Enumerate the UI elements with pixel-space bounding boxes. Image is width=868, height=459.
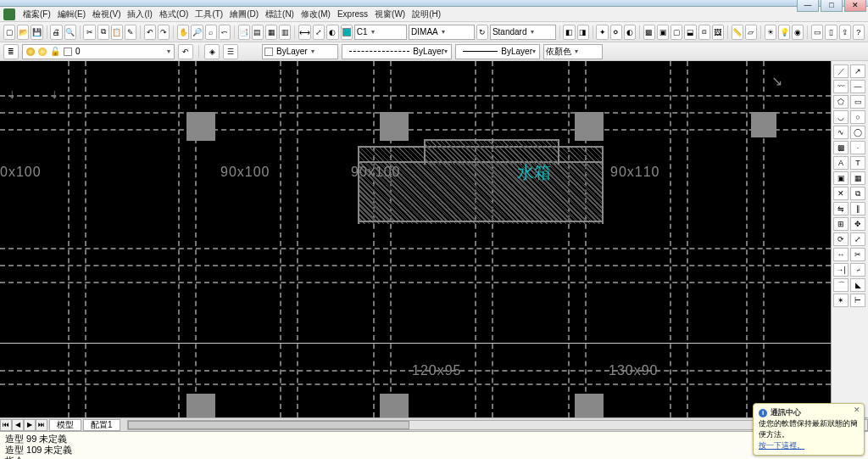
tab-first[interactable]: ⏮ <box>0 419 12 431</box>
ellipse-tool[interactable]: ◯ <box>850 126 865 139</box>
zoom-window-button[interactable]: ⌕ <box>205 25 217 40</box>
menu-dimension[interactable]: 標註(N) <box>263 7 297 22</box>
stretch-tool[interactable]: ↔ <box>833 248 849 261</box>
zoom-button[interactable]: 🔎 <box>191 25 203 40</box>
dim-aligned-button[interactable]: ⤢ <box>313 25 325 40</box>
fillet-tool[interactable]: ⌒ <box>833 278 849 292</box>
help-button[interactable]: ? <box>853 25 865 40</box>
scale-tool[interactable]: ⤢ <box>850 232 865 246</box>
xline-tool[interactable]: — <box>850 80 865 93</box>
3dorbit-button[interactable]: ⭘ <box>610 25 622 40</box>
light-button[interactable]: 💡 <box>778 25 790 40</box>
dimstyle-combo[interactable]: DIMAA <box>409 25 475 40</box>
hscroll-thumb[interactable] <box>128 421 409 429</box>
layer-prev-button[interactable]: ↶ <box>178 44 193 59</box>
hatch-tool[interactable]: ▩ <box>833 141 849 154</box>
rotate-tool[interactable]: ⟳ <box>833 232 849 246</box>
menu-view[interactable]: 檢視(V) <box>90 7 123 22</box>
circle-tool[interactable]: ○ <box>850 110 865 124</box>
chamfer-tool[interactable]: ◣ <box>850 278 865 292</box>
image-button[interactable]: 🖼 <box>712 25 724 40</box>
measure-button[interactable]: 📏 <box>732 25 743 40</box>
dim-radius-button[interactable]: ◐ <box>326 25 338 40</box>
array-tool[interactable]: ⊞ <box>833 217 849 231</box>
move-tool[interactable]: ✥ <box>850 217 865 231</box>
open-button[interactable]: 📂 <box>17 25 29 40</box>
menu-edit[interactable]: 編輯(E) <box>55 7 88 22</box>
preview-button[interactable]: 🔍 <box>64 25 76 40</box>
tab-next[interactable]: ▶ <box>24 419 36 431</box>
copy-button[interactable]: ⧉ <box>97 25 109 40</box>
textstyle-combo[interactable]: Standard <box>490 25 556 40</box>
explode-tool[interactable]: ✶ <box>833 294 849 307</box>
offset-tool[interactable]: ‖ <box>850 202 865 216</box>
visual-style-button[interactable]: ◐ <box>624 25 636 40</box>
pan-button[interactable]: ✋ <box>177 25 189 40</box>
cut-button[interactable]: ✂ <box>83 25 95 40</box>
viewport-button[interactable]: ▯ <box>825 25 837 40</box>
trim-tool[interactable]: ✂ <box>850 248 865 261</box>
polygon-tool[interactable]: ⬠ <box>833 95 849 109</box>
tab-prev[interactable]: ◀ <box>12 419 24 431</box>
linetype-control[interactable]: ByLayer <box>342 44 452 59</box>
block-tool[interactable]: ▣ <box>833 171 849 185</box>
rect-tool[interactable]: ▭ <box>850 95 865 109</box>
command-prompt[interactable]: 指令: <box>5 456 863 459</box>
point-tool[interactable]: · <box>850 141 865 154</box>
print-button[interactable]: 🖨 <box>50 25 62 40</box>
menu-file[interactable]: 檔案(F) <box>20 7 53 22</box>
zoom-prev-button[interactable]: ⤺ <box>219 25 231 40</box>
hscrollbar[interactable] <box>127 420 832 430</box>
xref-button[interactable]: ⧈ <box>698 25 710 40</box>
maximize-button[interactable]: □ <box>821 0 843 12</box>
publish-button[interactable]: ⇪ <box>839 25 851 40</box>
command-window[interactable]: 造型 99 未定義 造型 109 未定義 指令: <box>0 431 868 459</box>
menu-modify[interactable]: 修改(M) <box>298 7 333 22</box>
layer-states-button[interactable]: ☰ <box>223 44 238 59</box>
erase-tool[interactable]: ✕ <box>833 187 849 200</box>
insert-button[interactable]: ⬓ <box>684 25 696 40</box>
menu-draw[interactable]: 繪圖(D) <box>227 7 261 22</box>
text-tool[interactable]: A <box>833 156 849 170</box>
copy-tool[interactable]: ⧉ <box>850 187 865 200</box>
pline-tool[interactable]: 〰 <box>833 80 849 93</box>
tab-model[interactable]: 模型 <box>49 419 81 431</box>
save-button[interactable]: 💾 <box>31 25 42 40</box>
render-button[interactable]: ☀ <box>765 25 776 40</box>
area-button[interactable]: ▱ <box>745 25 757 40</box>
menu-help[interactable]: 說明(H) <box>409 7 443 22</box>
region-button[interactable]: ▣ <box>657 25 669 40</box>
tab-last[interactable]: ⏭ <box>36 419 47 431</box>
dim-linear-button[interactable]: ⟷ <box>298 25 311 40</box>
menu-format[interactable]: 格式(O) <box>157 7 191 22</box>
table-tool[interactable]: ▦ <box>850 171 865 185</box>
line-tool[interactable]: ／ <box>833 64 849 78</box>
redo-button[interactable]: ↷ <box>158 25 170 40</box>
layer-manager-button[interactable]: ≣ <box>3 44 19 59</box>
arc-tool[interactable]: ◡ <box>833 110 849 124</box>
new-button[interactable]: ▢ <box>3 25 15 40</box>
ray-tool[interactable]: ↗ <box>850 64 865 78</box>
menu-window[interactable]: 視窗(W) <box>372 7 408 22</box>
color-control[interactable]: ByLayer <box>262 44 338 59</box>
plotstyle-control[interactable]: 依顏色 <box>543 44 603 59</box>
layer-combo-c1[interactable]: C1 <box>354 25 407 40</box>
ucs-button[interactable]: ✦ <box>596 25 608 40</box>
block-button[interactable]: ▢ <box>670 25 682 40</box>
join-tool[interactable]: ⊢ <box>850 294 865 307</box>
tip-link[interactable]: 按一下這裡。 <box>759 441 804 450</box>
material-button[interactable]: ◉ <box>792 25 804 40</box>
menu-express[interactable]: Express <box>335 8 370 20</box>
minimize-button[interactable]: — <box>797 0 819 12</box>
menu-insert[interactable]: 插入(I) <box>125 7 154 22</box>
mtext-tool[interactable]: T <box>850 156 865 170</box>
layer-combo[interactable]: 🔓 0 <box>22 44 175 59</box>
sheet-set-button[interactable]: ▥ <box>279 25 291 40</box>
menu-tools[interactable]: 工具(T) <box>192 7 225 22</box>
tool-palette-button[interactable]: ▦ <box>265 25 277 40</box>
tip-close-button[interactable]: ✕ <box>854 406 860 414</box>
layout-button[interactable]: ▭ <box>811 25 823 40</box>
spline-tool[interactable]: ∿ <box>833 126 849 139</box>
undo-button[interactable]: ↶ <box>144 25 156 40</box>
close-button[interactable]: ✕ <box>844 0 866 12</box>
